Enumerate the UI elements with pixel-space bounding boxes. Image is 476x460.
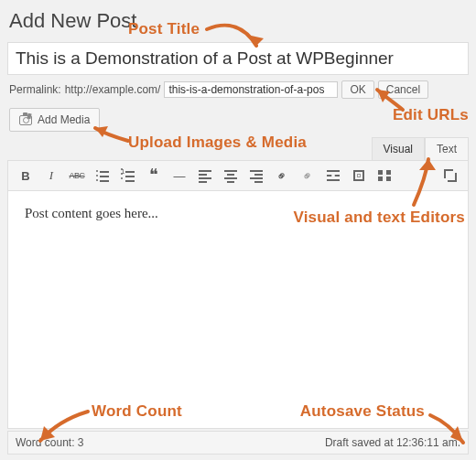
editor-tabs: Visual Text: [372, 137, 469, 160]
link-button[interactable]: ⚭: [270, 165, 294, 187]
kitchen-sink-icon: [378, 170, 391, 181]
align-left-icon: [199, 170, 211, 181]
status-bar: Word count: 3 Draft saved at 12:36:11 am…: [7, 431, 469, 455]
camera-icon: [19, 115, 32, 125]
word-count: Word count: 3: [16, 436, 84, 449]
unlink-button[interactable]: ⚭: [296, 165, 319, 187]
word-count-value: 3: [78, 436, 84, 449]
permalink-slug-input[interactable]: [164, 81, 338, 98]
link-icon: ⚭: [273, 166, 291, 185]
tab-text[interactable]: Text: [425, 137, 469, 160]
post-title-input[interactable]: [7, 42, 469, 75]
fullscreen-icon: [353, 170, 364, 181]
readmore-button[interactable]: [321, 165, 345, 187]
align-center-icon: [224, 170, 237, 181]
permalink-row: Permalink: http://example.com/ OK Cancel: [9, 80, 467, 99]
strike-icon: ABC: [69, 171, 84, 180]
unlink-icon: ⚭: [298, 166, 317, 185]
strike-button[interactable]: ABC: [65, 165, 89, 187]
permalink-label: Permalink:: [9, 83, 61, 96]
align-right-button[interactable]: [244, 165, 268, 187]
permalink-ok-button[interactable]: OK: [341, 80, 373, 99]
bold-icon: B: [21, 169, 29, 183]
add-media-label: Add Media: [38, 113, 90, 126]
editor-toolbar: B I ABC 1 ❝ — ⚭ ⚭: [7, 160, 469, 191]
anno-upload: Upload Images & Media: [128, 134, 307, 152]
align-center-button[interactable]: [219, 165, 243, 187]
permalink-base: http://example.com/: [65, 83, 161, 96]
hr-icon: —: [174, 169, 186, 183]
tab-visual[interactable]: Visual: [372, 137, 425, 160]
quote-icon: ❝: [149, 172, 158, 178]
editor-content[interactable]: Post content goes here...: [7, 191, 469, 429]
expand-button[interactable]: [438, 165, 462, 187]
content-placeholder: Post content goes here...: [25, 206, 451, 221]
permalink-cancel-button[interactable]: Cancel: [378, 80, 428, 99]
align-right-icon: [250, 170, 263, 181]
align-left-button[interactable]: [193, 165, 217, 187]
kitchen-sink-button[interactable]: [373, 165, 396, 187]
bold-button[interactable]: B: [14, 165, 38, 187]
autosave-status: Draft saved at 12:36:11 am.: [325, 436, 460, 449]
number-list-icon: 1: [122, 170, 135, 181]
bullet-list-button[interactable]: [91, 165, 114, 187]
number-list-button[interactable]: 1: [116, 165, 140, 187]
italic-button[interactable]: I: [39, 165, 63, 187]
word-count-label: Word count:: [16, 436, 74, 449]
page-title: Add New Post: [9, 9, 469, 33]
bullet-list-icon: [96, 170, 109, 181]
expand-icon: [444, 169, 457, 182]
readmore-icon: [327, 170, 340, 181]
add-media-button[interactable]: Add Media: [9, 108, 100, 132]
blockquote-button[interactable]: ❝: [142, 165, 166, 187]
distraction-free-button[interactable]: [347, 165, 371, 187]
hr-button[interactable]: —: [168, 165, 191, 187]
italic-icon: I: [49, 168, 53, 183]
